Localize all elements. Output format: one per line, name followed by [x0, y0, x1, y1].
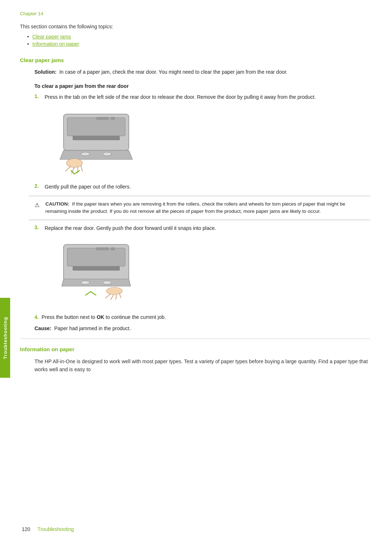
clear-paper-jams-section: Clear paper jams Solution: In case of a … — [20, 57, 370, 339]
cause-block: Cause: Paper had jammed in the product. — [34, 325, 370, 331]
solution-label: Solution: — [34, 69, 57, 75]
solution-block: Solution: In case of a paper jam, check … — [34, 68, 370, 76]
page-container: Troubleshooting Chapter 14 This section … — [0, 0, 392, 543]
step-3: 3. Replace the rear door. Gently push th… — [34, 224, 370, 232]
caution-icon: ⚠ — [34, 201, 42, 210]
svg-line-9 — [65, 166, 71, 171]
svg-line-24 — [116, 294, 117, 300]
caution-body: If the paper tears when you are removing… — [45, 201, 345, 214]
solution-text: In case of a paper jam, check the rear d… — [59, 69, 287, 75]
clear-paper-jams-heading: Clear paper jams — [20, 57, 370, 63]
step-2: 2. Gently pull the paper out of the roll… — [34, 183, 370, 191]
info-on-paper-heading: Information on paper — [20, 346, 370, 352]
step-1-text: Press in the tab on the left side of the… — [45, 93, 316, 101]
svg-point-19 — [81, 281, 90, 284]
svg-point-21 — [106, 287, 122, 295]
step-3-num: 3. — [34, 224, 45, 230]
svg-rect-2 — [96, 117, 109, 120]
printer-image-1 — [56, 107, 140, 176]
svg-marker-5 — [60, 150, 132, 159]
svg-point-6 — [81, 152, 90, 156]
svg-rect-1 — [67, 118, 125, 136]
list-item: Clear paper jams — [27, 34, 370, 40]
chapter-label: Chapter 14 — [20, 11, 370, 16]
main-content: Chapter 14 This section contains the fol… — [20, 0, 370, 373]
info-on-paper-text: The HP All-in-One is designed to work we… — [34, 357, 370, 374]
svg-line-25 — [119, 293, 121, 298]
clear-paper-jams-link[interactable]: Clear paper jams — [32, 34, 71, 40]
step-2-num: 2. — [34, 183, 45, 189]
info-on-paper-link[interactable]: Information on paper — [32, 41, 79, 47]
svg-line-23 — [111, 295, 114, 300]
side-tab: Troubleshooting — [0, 298, 10, 378]
steps-list: 1. Press in the tab on the left side of … — [34, 93, 370, 101]
svg-point-7 — [103, 152, 111, 156]
intro-text: This section contains the following topi… — [20, 24, 370, 29]
ok-bold: OK — [97, 314, 104, 320]
step-4-num: 4. — [34, 314, 39, 320]
step-1: 1. Press in the tab on the left side of … — [34, 93, 370, 101]
caution-box: ⚠ CAUTION: If the paper tears when you a… — [29, 196, 370, 220]
caution-label: CAUTION: — [45, 201, 69, 207]
svg-point-20 — [103, 281, 111, 284]
svg-line-22 — [105, 294, 111, 298]
svg-point-8 — [66, 159, 82, 167]
side-tab-label: Troubleshooting — [3, 317, 8, 359]
svg-rect-15 — [96, 247, 109, 250]
cause-text: Paper had jammed in the product. — [54, 325, 131, 331]
svg-rect-4 — [73, 136, 120, 140]
list-item: Information on paper — [27, 41, 370, 47]
printer-svg-2 — [56, 237, 140, 306]
sub-heading: To clear a paper jam from the rear door — [34, 83, 370, 89]
printer-image-2 — [56, 237, 140, 306]
svg-rect-16 — [111, 247, 115, 250]
caution-text: CAUTION: If the paper tears when you are… — [45, 200, 364, 215]
printer-svg-1 — [56, 107, 140, 176]
step-1-num: 1. — [34, 93, 45, 99]
footer-chapter-label: Troubleshooting — [37, 526, 74, 532]
step-3-text: Replace the rear door. Gently push the d… — [45, 224, 216, 232]
topic-list: Clear paper jams Information on paper — [27, 34, 370, 47]
footer-page-number: 120 — [22, 526, 30, 532]
svg-rect-17 — [73, 266, 120, 271]
svg-rect-3 — [111, 117, 115, 120]
info-on-paper-section: Information on paper The HP All-in-One i… — [20, 346, 370, 374]
svg-line-12 — [81, 166, 82, 171]
step-2-text: Gently pull the paper out of the rollers… — [45, 183, 131, 191]
separator — [20, 339, 370, 339]
step-4: 4. Press the button next to OK to contin… — [34, 313, 370, 321]
cause-label: Cause: — [34, 325, 52, 331]
page-footer: 120 Troubleshooting — [0, 526, 392, 532]
svg-rect-14 — [67, 248, 125, 266]
svg-marker-18 — [62, 279, 131, 286]
